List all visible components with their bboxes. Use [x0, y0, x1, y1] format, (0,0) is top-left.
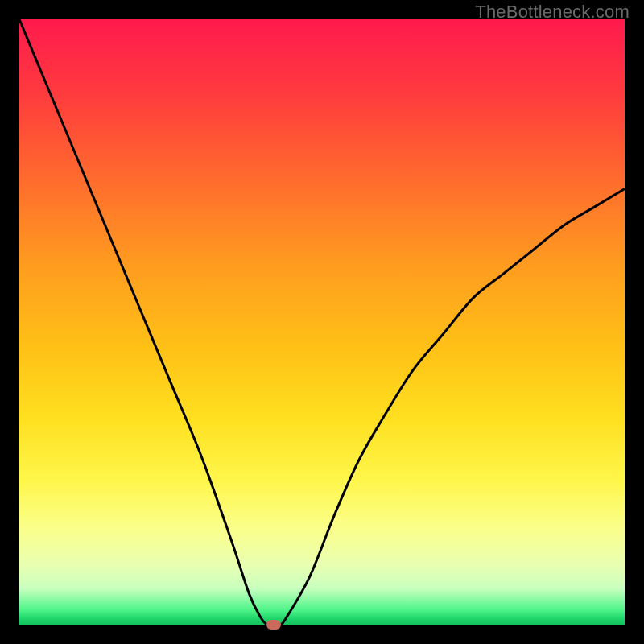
minimum-marker	[266, 620, 281, 630]
plot-area	[19, 19, 625, 625]
bottleneck-curve	[19, 19, 625, 625]
chart-frame: TheBottleneck.com	[0, 0, 644, 644]
watermark-text: TheBottleneck.com	[475, 2, 630, 23]
